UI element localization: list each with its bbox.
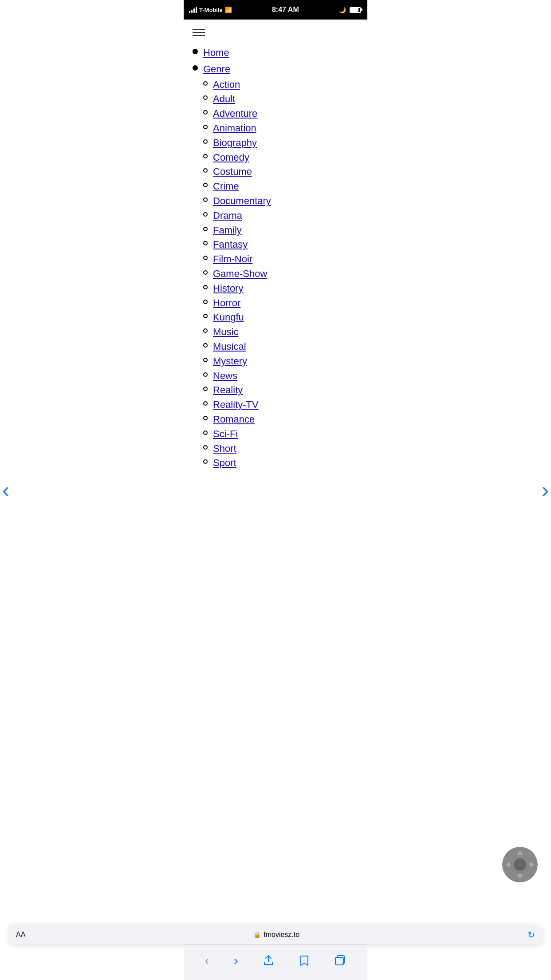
genre-sub-list: Action Adult Adventure Animation (203, 78, 358, 470)
nav-item-home: Home (193, 46, 358, 60)
bullet-empty-reality (203, 387, 208, 391)
nav-genre-bullet: Genre (193, 63, 358, 76)
genre-item-romance: Romance (203, 413, 358, 427)
bullet-empty-news (203, 372, 208, 377)
status-left: T-Mobile 📶 (189, 7, 232, 13)
genre-item-game-show: Game-Show (203, 267, 358, 281)
genre-item-film-noir: Film-Noir (203, 253, 358, 266)
nav-home-bullet: Home (193, 46, 358, 60)
genre-item-sci-fi: Sci-Fi (203, 427, 358, 441)
biography-link[interactable]: Biography (213, 136, 257, 150)
bullet-filled-genre (193, 65, 198, 71)
genre-item-comedy: Comedy (203, 151, 358, 165)
bullet-empty-biography (203, 139, 208, 144)
romance-link[interactable]: Romance (213, 413, 255, 427)
game-show-link[interactable]: Game-Show (213, 267, 267, 281)
bullet-empty-history (203, 285, 208, 289)
genre-item-history: History (203, 282, 358, 296)
genre-item-music: Music (203, 325, 358, 339)
genre-item-drama: Drama (203, 209, 358, 223)
moon-icon: 🌙 (339, 7, 346, 13)
genre-item-reality: Reality (203, 383, 358, 397)
signal-bar-2 (191, 10, 193, 13)
bullet-empty-action (203, 81, 208, 86)
bullet-empty-comedy (203, 154, 208, 158)
genre-item-musical: Musical (203, 340, 358, 354)
genre-item-sport: Sport (203, 456, 358, 470)
crime-link[interactable]: Crime (213, 180, 239, 194)
sci-fi-link[interactable]: Sci-Fi (213, 427, 238, 441)
bullet-empty-sport (203, 459, 208, 464)
documentary-link[interactable]: Documentary (213, 194, 271, 208)
bullet-empty-kungfu (203, 314, 208, 318)
music-link[interactable]: Music (213, 325, 238, 339)
reality-link[interactable]: Reality (213, 383, 243, 397)
genre-item-adult: Adult (203, 92, 358, 106)
comedy-link[interactable]: Comedy (213, 151, 249, 165)
action-link[interactable]: Action (213, 78, 240, 92)
carrier-label: T-Mobile (199, 7, 223, 13)
nav-item-genre: Genre Action Adult Adventure (193, 63, 358, 470)
film-noir-link[interactable]: Film-Noir (213, 253, 252, 266)
bullet-empty-drama (203, 212, 208, 217)
bullet-filled-home (193, 49, 198, 54)
horror-link[interactable]: Horror (213, 296, 240, 310)
hamburger-line-2 (193, 32, 205, 33)
reality-tv-link[interactable]: Reality-TV (213, 398, 259, 412)
hamburger-line-3 (193, 35, 205, 36)
genre-item-kungfu: Kungfu (203, 311, 358, 324)
adventure-link[interactable]: Adventure (213, 107, 257, 121)
signal-bar-1 (189, 11, 190, 13)
genre-link[interactable]: Genre (203, 63, 230, 76)
genre-item-adventure: Adventure (203, 107, 358, 121)
fantasy-link[interactable]: Fantasy (213, 238, 248, 252)
family-link[interactable]: Family (213, 224, 242, 237)
bullet-empty-horror (203, 300, 208, 304)
adult-link[interactable]: Adult (213, 92, 235, 106)
genre-item-short: Short (203, 442, 358, 456)
hamburger-line-1 (193, 29, 205, 30)
genre-item-news: News (203, 369, 358, 383)
bullet-empty-costume (203, 168, 208, 173)
history-link[interactable]: History (213, 282, 243, 296)
bullet-empty-film-noir (203, 256, 208, 260)
battery-icon (350, 7, 361, 13)
bullet-empty-animation (203, 125, 208, 129)
status-time: 8:47 AM (272, 6, 299, 14)
signal-bars (189, 7, 197, 13)
genre-item-horror: Horror (203, 296, 358, 310)
bullet-empty-fantasy (203, 241, 208, 245)
short-link[interactable]: Short (213, 442, 236, 456)
bullet-empty-romance (203, 416, 208, 420)
bullet-empty-adult (203, 95, 208, 100)
bullet-empty-sci-fi (203, 431, 208, 435)
bullet-empty-crime (203, 183, 208, 187)
wifi-icon: 📶 (225, 7, 232, 13)
sport-link[interactable]: Sport (213, 456, 236, 470)
bullet-empty-adventure (203, 110, 208, 115)
bullet-empty-short (203, 445, 208, 450)
hamburger-menu-button[interactable] (184, 20, 367, 42)
signal-bar-4 (196, 7, 197, 13)
genre-item-biography: Biography (203, 136, 358, 150)
home-link[interactable]: Home (203, 46, 229, 60)
status-bar: T-Mobile 📶 8:47 AM 🌙 (184, 0, 367, 20)
mystery-link[interactable]: Mystery (213, 355, 247, 368)
animation-link[interactable]: Animation (213, 122, 256, 135)
top-nav-list: Home Genre Action Adult (193, 46, 358, 470)
news-link[interactable]: News (213, 369, 237, 383)
kungfu-link[interactable]: Kungfu (213, 311, 244, 324)
costume-link[interactable]: Costume (213, 165, 252, 179)
bullet-empty-music (203, 328, 208, 333)
genre-item-fantasy: Fantasy (203, 238, 358, 252)
bullet-empty-documentary (203, 198, 208, 202)
nav-container: Home Genre Action Adult (184, 42, 367, 482)
musical-link[interactable]: Musical (213, 340, 246, 354)
drama-link[interactable]: Drama (213, 209, 242, 223)
genre-item-family: Family (203, 224, 358, 237)
genre-item-animation: Animation (203, 122, 358, 135)
bullet-empty-mystery (203, 358, 208, 362)
status-right: 🌙 (339, 7, 362, 13)
genre-item-documentary: Documentary (203, 194, 358, 208)
battery-fill (350, 8, 358, 12)
